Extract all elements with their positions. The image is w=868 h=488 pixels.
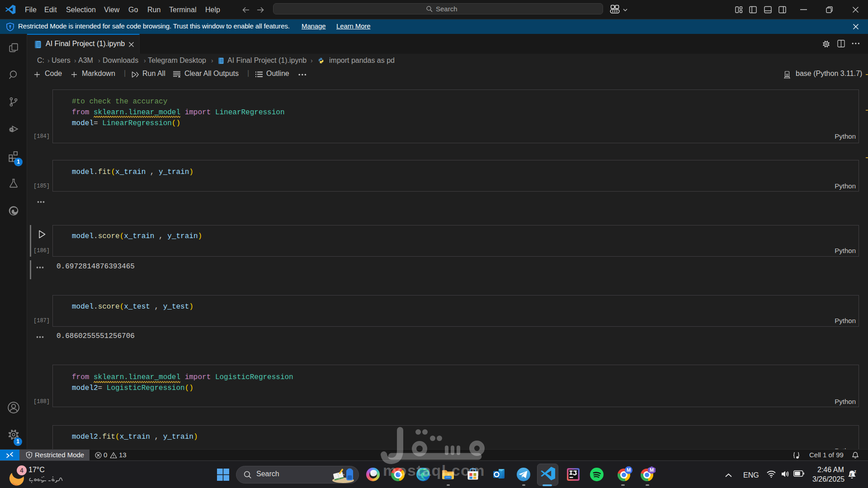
svg-text:z: z xyxy=(850,472,852,477)
svg-text:z: z xyxy=(854,469,856,474)
